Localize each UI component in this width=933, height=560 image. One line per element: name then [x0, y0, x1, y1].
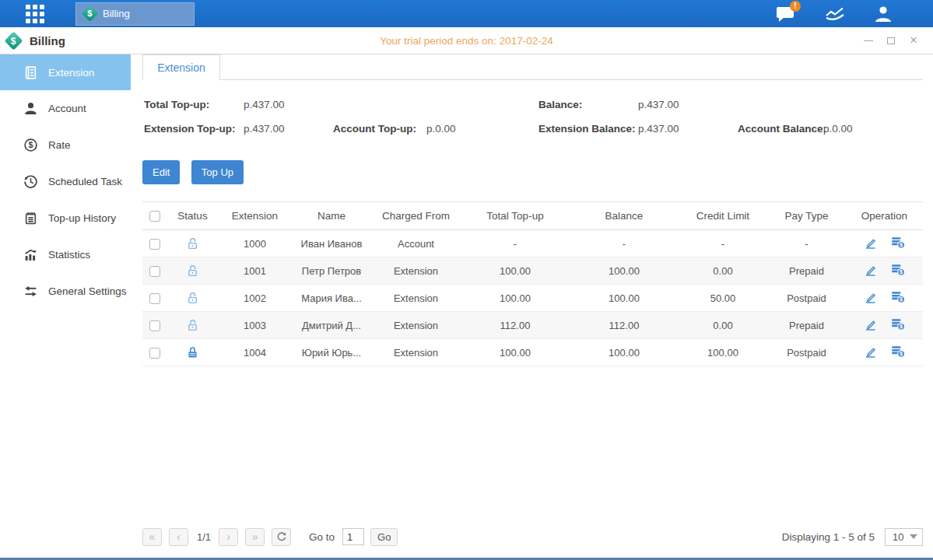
go-button[interactable]: Go [370, 528, 398, 546]
table-row: 1004Юрий Юрь...Extension100.00100.00100.… [142, 339, 923, 366]
cell-credit-limit: 0.00 [679, 257, 767, 285]
cell-extension: 1002 [218, 285, 292, 312]
cell-name: Юрий Юрь... [292, 339, 371, 366]
user-account-icon[interactable] [871, 5, 896, 23]
app-grid-icon[interactable] [26, 5, 44, 23]
edit-row-icon[interactable] [864, 345, 878, 361]
edit-row-icon[interactable] [864, 236, 878, 252]
balance-label: Balance: [538, 99, 582, 110]
billing-app-window: $ Billing ! $ Billing Your trial period … [0, 0, 933, 560]
sidebar-item-rate[interactable]: $ Rate [0, 127, 131, 163]
cell-balance: 112.00 [570, 312, 679, 339]
cell-balance: - [570, 230, 679, 257]
first-page-button[interactable]: « [142, 528, 162, 546]
sidebar-item-label: Statistics [48, 249, 90, 261]
row-checkbox[interactable] [149, 348, 160, 359]
cell-name: Дмитрий Д... [292, 312, 371, 339]
sidebar-item-statistics[interactable]: Statistics [0, 236, 131, 273]
column-header-name: Name [292, 202, 371, 230]
minimize-button[interactable] [863, 36, 874, 45]
table-row: 1002Мария Ива...Extension100.00100.0050.… [142, 285, 923, 312]
next-page-button[interactable]: › [219, 528, 238, 546]
unlock-icon [186, 291, 199, 303]
maximize-button[interactable] [886, 36, 896, 45]
topup-row-icon[interactable]: $ [890, 263, 906, 278]
statistics-icon [23, 247, 38, 262]
sidebar-item-extension[interactable]: Extension [0, 54, 131, 90]
messages-icon[interactable]: ! [774, 5, 799, 23]
extension-balance-value: p.437.00 [638, 123, 679, 135]
extension-topup-label: Extension Top-up: [144, 123, 236, 135]
column-header-balance: Balance [570, 202, 679, 230]
trial-notice: Your trial period ends on: 2017-02-24 [0, 35, 933, 47]
prev-page-button[interactable]: ‹ [169, 528, 188, 546]
window-title: Billing [30, 34, 65, 47]
cell-pay-type: Postpaid [767, 285, 846, 312]
refresh-icon[interactable] [272, 528, 291, 546]
balance-value: p.437.00 [638, 99, 679, 110]
last-page-button[interactable]: » [245, 528, 265, 546]
scheduled-task-icon [23, 174, 38, 189]
row-checkbox[interactable] [149, 320, 160, 331]
topup-row-icon[interactable]: $ [890, 236, 906, 251]
general-settings-icon [23, 284, 38, 299]
cell-extension: 1004 [218, 339, 292, 366]
cell-credit-limit: 100.00 [679, 339, 767, 366]
sidebar-item-scheduled-task[interactable]: Scheduled Task [0, 163, 131, 200]
row-checkbox[interactable] [149, 266, 160, 277]
svg-text:$: $ [29, 140, 33, 149]
top-navigation-bar: $ Billing ! [0, 0, 933, 27]
table-row: 1003Дмитрий Д...Extension112.00112.000.0… [142, 312, 923, 339]
row-checkbox[interactable] [149, 239, 160, 250]
edit-button[interactable]: Edit [142, 160, 180, 184]
unlock-icon [186, 318, 199, 330]
column-header-operation: Operation [846, 202, 923, 230]
extension-balance-label: Extension Balance: [538, 123, 636, 135]
page-size-value: 10 [893, 531, 903, 543]
cell-name: Петр Петров [292, 257, 371, 285]
column-header-pay-type: Pay Type [767, 202, 846, 230]
sidebar-item-topup-history[interactable]: Top-up History [0, 200, 131, 236]
table-row: 1001Петр ПетровExtension100.00100.000.00… [142, 257, 923, 285]
tab-extension[interactable]: Extension [142, 54, 220, 80]
topup-row-icon[interactable]: $ [890, 317, 906, 333]
column-header-extension: Extension [218, 202, 292, 230]
top-up-button[interactable]: Top Up [191, 160, 244, 184]
cell-credit-limit: 0.00 [679, 312, 767, 339]
page-size-dropdown[interactable]: 10 [885, 528, 923, 546]
sidebar-item-general-settings[interactable]: General Settings [0, 273, 131, 310]
cell-total-topup: 100.00 [461, 285, 570, 312]
cell-charged-from: Account [371, 230, 461, 257]
cell-name: Иван Иванов [292, 230, 371, 257]
cell-balance: 100.00 [570, 285, 679, 312]
cell-extension: 1003 [218, 312, 292, 339]
billing-app-tab[interactable]: $ Billing [75, 2, 195, 26]
goto-page-input[interactable] [342, 528, 364, 545]
sidebar-item-label: Extension [48, 67, 94, 79]
topup-row-icon[interactable]: $ [890, 290, 906, 306]
sidebar-item-account[interactable]: Account [0, 90, 131, 127]
unlock-icon [186, 264, 199, 275]
edit-row-icon[interactable] [864, 263, 878, 279]
table-header-row: Status Extension Name Charged From Total… [142, 202, 923, 230]
billing-diamond-icon: $ [82, 5, 98, 22]
statistics-chart-icon[interactable] [823, 5, 847, 23]
edit-row-icon[interactable] [864, 317, 878, 334]
total-topup-value: p.437.00 [244, 99, 285, 110]
cell-charged-from: Extension [371, 257, 461, 285]
column-header-credit-limit: Credit Limit [679, 202, 767, 230]
cell-pay-type: Prepaid [767, 257, 846, 285]
account-topup-label: Account Top-up: [333, 123, 416, 135]
row-checkbox[interactable] [149, 293, 160, 304]
cell-pay-type: Prepaid [767, 312, 846, 339]
lock-icon [186, 345, 199, 357]
close-button[interactable]: × [908, 36, 919, 45]
select-all-checkbox[interactable] [149, 211, 160, 222]
sidebar-item-label: Top-up History [48, 212, 116, 224]
topup-row-icon[interactable]: $ [890, 345, 906, 360]
extension-table: Status Extension Name Charged From Total… [142, 201, 923, 366]
edit-row-icon[interactable] [864, 290, 878, 306]
column-header-total-topup: Total Top-up [461, 202, 570, 230]
cell-charged-from: Extension [371, 285, 461, 312]
account-balance-value: p.0.00 [823, 123, 853, 135]
